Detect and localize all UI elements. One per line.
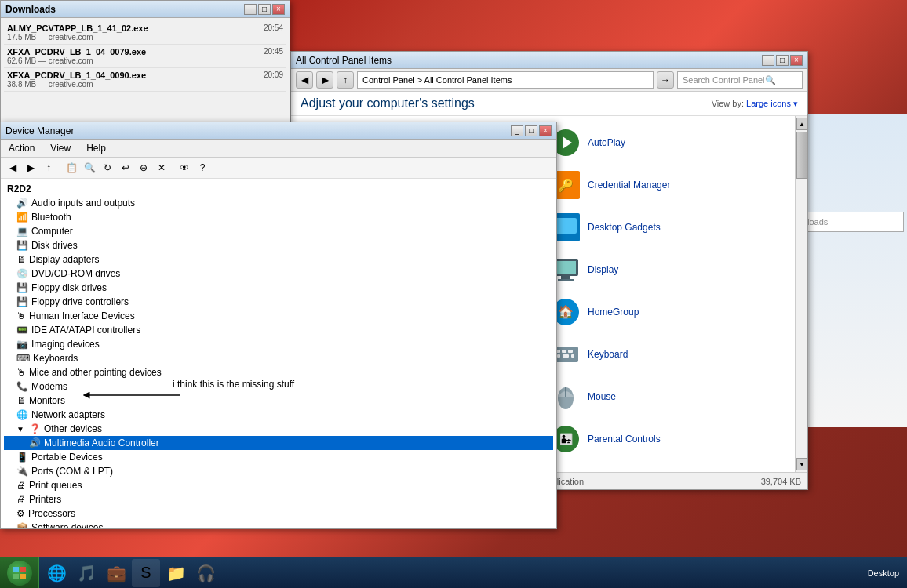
dm-maximize-button[interactable]: □ (525, 125, 537, 136)
dm-cat-imaging[interactable]: 📷 Imaging devices (4, 337, 553, 351)
dm-cat-floppy-drive[interactable]: 💾 Floppy drive controllers (4, 295, 553, 309)
cp-forward-button[interactable]: ▶ (316, 71, 333, 89)
dm-cat-printers[interactable]: 🖨 Printers (4, 492, 553, 506)
cp-scrollbar[interactable]: ▲ ▼ (795, 116, 807, 472)
cp-item-parental[interactable]: 👨‍👧 Parental Controls (544, 419, 789, 459)
dm-root-node[interactable]: R2D2 (4, 182, 553, 196)
cp-up-button[interactable]: ↑ (337, 71, 354, 89)
taskbar-icon-winamp[interactable]: 🎧 (191, 559, 220, 587)
dm-cat-ide[interactable]: 📟 IDE ATA/ATAPI controllers (4, 323, 553, 337)
dm-cat-monitors[interactable]: 🖥 Monitors (4, 394, 553, 408)
dm-cat-display[interactable]: 🖥 Display adapters (4, 252, 553, 267)
cp-minimize-button[interactable]: _ (762, 55, 774, 66)
cp-address-bar[interactable]: Control Panel > All Control Panel Items (357, 71, 654, 89)
dm-cat-modems[interactable]: 📞 Modems (4, 379, 553, 394)
taskbar-icon-folder[interactable]: 📁 (162, 559, 190, 587)
dm-tree-content: R2D2 🔊 Audio inputs and outputs 📶 Blueto… (1, 179, 556, 528)
cp-item-desktop-gadgets[interactable]: Desktop Gadgets (544, 207, 789, 248)
svg-text:🔑: 🔑 (558, 178, 574, 193)
dm-tool-disable[interactable]: ⊖ (135, 159, 152, 176)
dm-cat-computer[interactable]: 💻 Computer (4, 224, 553, 238)
dm-toolbar: ◀ ▶ ↑ 📋 🔍 ↻ ↩ ⊖ ✕ 👁 ? (1, 158, 556, 179)
downloads-minimize-button[interactable]: _ (244, 4, 257, 15)
dm-icon-portable: 📱 (16, 452, 28, 463)
taskbar-icon-ie[interactable]: 🌐 (42, 559, 71, 587)
dm-menu-view[interactable]: View (47, 141, 74, 155)
cp-item-homegroup[interactable]: 🏠 HomeGroup (544, 292, 789, 332)
dm-tool-scan[interactable]: 🔍 (81, 159, 98, 176)
dm-tool-back[interactable]: ◀ (4, 159, 21, 176)
dm-cat-bluetooth[interactable]: 📶 Bluetooth (4, 210, 553, 224)
download-item-1[interactable]: 20:54 ALMY_PCVTAPP_LB_1_41_02.exe 17.5 M… (4, 21, 286, 45)
dm-cat-mice[interactable]: 🖱 Mice and other pointing devices (4, 365, 553, 379)
dm-toolbar-separator-1 (60, 161, 60, 175)
dm-cat-dvd[interactable]: 💿 DVD/CD-ROM drives (4, 267, 553, 281)
taskbar-items: 🌐 🎵 💼 S 📁 🎧 (39, 559, 860, 587)
cp-maximize-button[interactable]: □ (776, 55, 789, 66)
dm-cat-processors[interactable]: ⚙ Processors (4, 506, 553, 521)
cp-breadcrumb: Control Panel > All Control Panel Items (362, 75, 512, 85)
taskbar-clock[interactable]: Desktop (868, 568, 899, 578)
dm-icon-floppy-disk: 💾 (16, 282, 28, 293)
dm-cat-portable[interactable]: 📱 Portable Devices (4, 450, 553, 464)
cp-scrollbar-thumb[interactable] (796, 132, 807, 179)
taskbar-icon-skype[interactable]: S (132, 559, 160, 587)
dm-icon-software: 📦 (16, 522, 28, 528)
cp-search-box[interactable]: Search Control Panel 🔍 (677, 71, 803, 89)
cp-item-display[interactable]: Display (544, 249, 789, 290)
cp-item-phone[interactable]: Phone and Modem (544, 461, 789, 472)
dm-tool-forward[interactable]: ▶ (22, 159, 39, 176)
download-time-1: 20:54 (264, 24, 283, 32)
taskbar-icon-user[interactable]: 💼 (102, 559, 130, 587)
dm-tool-properties[interactable]: 📋 (63, 159, 80, 176)
cp-go-button[interactable]: → (657, 71, 674, 89)
dm-cat-other-devices[interactable]: ▼ ❓ Other devices (4, 422, 553, 436)
downloads-titlebar: Downloads _ □ × (1, 1, 290, 18)
dm-cat-print-queues[interactable]: 🖨 Print queues (4, 478, 553, 492)
dm-icon-ide: 📟 (16, 325, 28, 336)
dm-icon-print-queues: 🖨 (16, 480, 26, 491)
download-item-3[interactable]: 20:09 XFXA_PCDRV_LB_1_04_0090.exe 38.8 M… (4, 68, 286, 92)
downloads-maximize-button[interactable]: □ (258, 4, 271, 15)
start-button[interactable] (0, 557, 39, 589)
svg-rect-18 (561, 276, 570, 279)
cp-title: All Control Panel Items (296, 55, 392, 66)
cp-back-button[interactable]: ◀ (296, 71, 313, 89)
cp-item-mouse[interactable]: Mouse (544, 376, 789, 417)
dm-icon-keyboards: ⌨ (16, 353, 30, 364)
cp-close-button[interactable]: × (790, 55, 803, 66)
dm-cat-keyboards[interactable]: ⌨ Keyboards (4, 351, 553, 365)
dm-tool-view[interactable]: 👁 (176, 159, 193, 176)
downloads-close-button[interactable]: × (272, 4, 285, 15)
dm-tool-uninstall[interactable]: ✕ (153, 159, 170, 176)
dm-menu-action[interactable]: Action (5, 141, 38, 155)
dm-cat-software[interactable]: 📦 Software devices (4, 521, 553, 528)
dm-icon-bluetooth: 📶 (16, 212, 28, 223)
dm-cat-human-interface[interactable]: 🖱 Human Interface Devices (4, 309, 553, 323)
dm-tool-rollback[interactable]: ↩ (117, 159, 134, 176)
taskbar-icon-media[interactable]: 🎵 (72, 559, 100, 587)
cp-item-keyboard[interactable]: Keyboard (544, 334, 789, 375)
dm-minimize-button[interactable]: _ (511, 125, 523, 136)
cp-item-credential[interactable]: 🔑 Credential Manager (544, 165, 789, 205)
dm-item-multimedia-audio[interactable]: 🔊 Multimedia Audio Controller (4, 436, 553, 450)
device-manager-window: Device Manager _ □ × Action View Help ◀ … (0, 122, 557, 529)
cp-view-mode[interactable]: Large icons ▾ (746, 99, 798, 108)
cp-item-autoplay[interactable]: AutoPlay (544, 122, 789, 163)
dm-icon-modems: 📞 (16, 381, 28, 392)
dm-menu-help[interactable]: Help (83, 141, 109, 155)
dm-tool-up[interactable]: ↑ (40, 159, 57, 176)
dm-tool-update[interactable]: ↻ (99, 159, 116, 176)
dm-title: Device Manager (5, 125, 74, 136)
download-item-2[interactable]: 20:45 XFXA_PCDRV_LB_1_04_0079.exe 62.6 M… (4, 45, 286, 68)
dm-cat-floppy-disk[interactable]: 💾 Floppy disk drives (4, 281, 553, 295)
dm-cat-disk[interactable]: 💾 Disk drives (4, 238, 553, 252)
dm-cat-audio[interactable]: 🔊 Audio inputs and outputs (4, 196, 553, 210)
dm-close-button[interactable]: × (539, 125, 552, 136)
dm-cat-network[interactable]: 🌐 Network adapters (4, 408, 553, 422)
dm-cat-ports[interactable]: 🔌 Ports (COM & LPT) (4, 464, 553, 478)
dm-tool-help[interactable]: ? (194, 159, 211, 176)
svg-rect-31 (563, 354, 569, 358)
dm-icon-multimedia: 🔊 (29, 437, 41, 448)
cp-label-display: Display (588, 264, 618, 275)
